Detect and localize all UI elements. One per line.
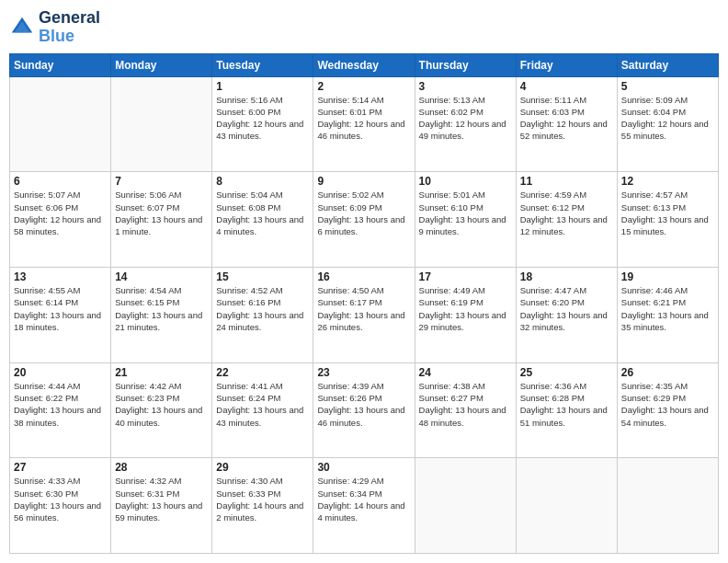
calendar-day-cell: 6Sunrise: 5:07 AM Sunset: 6:06 PM Daylig…: [10, 172, 111, 268]
day-info: Sunrise: 4:47 AM Sunset: 6:20 PM Dayligh…: [520, 284, 613, 333]
calendar-day-cell: 9Sunrise: 5:02 AM Sunset: 6:09 PM Daylig…: [313, 172, 415, 268]
day-number: 3: [419, 80, 512, 93]
day-number: 15: [216, 270, 309, 283]
day-number: 4: [520, 80, 613, 93]
calendar-day-cell: [516, 458, 617, 554]
day-info: Sunrise: 4:42 AM Sunset: 6:23 PM Dayligh…: [115, 380, 208, 429]
calendar-week-row: 20Sunrise: 4:44 AM Sunset: 6:22 PM Dayli…: [10, 362, 719, 458]
day-info: Sunrise: 5:14 AM Sunset: 6:01 PM Dayligh…: [317, 94, 410, 143]
day-of-week-header: Monday: [111, 53, 212, 76]
day-number: 26: [621, 366, 714, 379]
calendar-day-cell: 21Sunrise: 4:42 AM Sunset: 6:23 PM Dayli…: [111, 362, 212, 458]
day-info: Sunrise: 5:06 AM Sunset: 6:07 PM Dayligh…: [115, 189, 208, 237]
day-number: 12: [621, 175, 714, 188]
day-info: Sunrise: 4:59 AM Sunset: 6:12 PM Dayligh…: [520, 189, 613, 237]
day-number: 19: [621, 270, 714, 283]
day-info: Sunrise: 4:30 AM Sunset: 6:33 PM Dayligh…: [216, 475, 309, 523]
day-info: Sunrise: 4:55 AM Sunset: 6:14 PM Dayligh…: [14, 284, 107, 333]
day-info: Sunrise: 5:07 AM Sunset: 6:06 PM Dayligh…: [14, 189, 107, 237]
day-number: 18: [520, 270, 613, 283]
day-number: 2: [317, 80, 410, 93]
day-of-week-header: Sunday: [10, 53, 111, 76]
calendar-day-cell: 3Sunrise: 5:13 AM Sunset: 6:02 PM Daylig…: [415, 76, 516, 172]
calendar-day-cell: 16Sunrise: 4:50 AM Sunset: 6:17 PM Dayli…: [313, 267, 415, 362]
day-info: Sunrise: 4:35 AM Sunset: 6:29 PM Dayligh…: [621, 380, 714, 429]
calendar-day-cell: 24Sunrise: 4:38 AM Sunset: 6:27 PM Dayli…: [415, 362, 516, 458]
day-number: 17: [419, 270, 512, 283]
day-number: 1: [216, 80, 309, 93]
calendar-day-cell: 22Sunrise: 4:41 AM Sunset: 6:24 PM Dayli…: [212, 362, 313, 458]
day-info: Sunrise: 4:41 AM Sunset: 6:24 PM Dayligh…: [216, 380, 309, 429]
calendar-day-cell: 28Sunrise: 4:32 AM Sunset: 6:31 PM Dayli…: [111, 458, 212, 554]
day-info: Sunrise: 5:16 AM Sunset: 6:00 PM Dayligh…: [216, 94, 309, 143]
calendar-day-cell: 25Sunrise: 4:36 AM Sunset: 6:28 PM Dayli…: [516, 362, 617, 458]
calendar-day-cell: 8Sunrise: 5:04 AM Sunset: 6:08 PM Daylig…: [212, 172, 313, 268]
day-info: Sunrise: 4:39 AM Sunset: 6:26 PM Dayligh…: [317, 380, 410, 429]
day-number: 25: [520, 366, 613, 379]
day-number: 5: [621, 80, 714, 93]
header: General Blue: [9, 9, 719, 46]
calendar-day-cell: 17Sunrise: 4:49 AM Sunset: 6:19 PM Dayli…: [415, 267, 516, 362]
day-number: 11: [520, 175, 613, 188]
day-number: 13: [14, 270, 107, 283]
day-of-week-header: Tuesday: [212, 53, 313, 76]
calendar-week-row: 6Sunrise: 5:07 AM Sunset: 6:06 PM Daylig…: [10, 172, 719, 268]
calendar-day-cell: 23Sunrise: 4:39 AM Sunset: 6:26 PM Dayli…: [313, 362, 415, 458]
day-number: 14: [115, 270, 208, 283]
calendar-day-cell: 29Sunrise: 4:30 AM Sunset: 6:33 PM Dayli…: [212, 458, 313, 554]
day-info: Sunrise: 4:54 AM Sunset: 6:15 PM Dayligh…: [115, 284, 208, 333]
calendar-header-row: SundayMondayTuesdayWednesdayThursdayFrid…: [10, 53, 719, 76]
calendar-week-row: 27Sunrise: 4:33 AM Sunset: 6:30 PM Dayli…: [10, 458, 719, 554]
calendar-day-cell: [111, 76, 212, 172]
day-number: 22: [216, 366, 309, 379]
calendar-day-cell: 1Sunrise: 5:16 AM Sunset: 6:00 PM Daylig…: [212, 76, 313, 172]
calendar-day-cell: 30Sunrise: 4:29 AM Sunset: 6:34 PM Dayli…: [313, 458, 415, 554]
day-number: 20: [14, 366, 107, 379]
day-info: Sunrise: 4:57 AM Sunset: 6:13 PM Dayligh…: [621, 189, 714, 237]
day-number: 16: [317, 270, 410, 283]
calendar-day-cell: 5Sunrise: 5:09 AM Sunset: 6:04 PM Daylig…: [617, 76, 718, 172]
day-info: Sunrise: 4:50 AM Sunset: 6:17 PM Dayligh…: [317, 284, 410, 333]
day-info: Sunrise: 5:04 AM Sunset: 6:08 PM Dayligh…: [216, 189, 309, 237]
calendar-day-cell: 10Sunrise: 5:01 AM Sunset: 6:10 PM Dayli…: [415, 172, 516, 268]
calendar-day-cell: 4Sunrise: 5:11 AM Sunset: 6:03 PM Daylig…: [516, 76, 617, 172]
day-info: Sunrise: 4:46 AM Sunset: 6:21 PM Dayligh…: [621, 284, 714, 333]
day-number: 21: [115, 366, 208, 379]
calendar-table: SundayMondayTuesdayWednesdayThursdayFrid…: [9, 53, 719, 554]
day-info: Sunrise: 5:09 AM Sunset: 6:04 PM Dayligh…: [621, 94, 714, 143]
day-number: 10: [419, 175, 512, 188]
day-info: Sunrise: 4:33 AM Sunset: 6:30 PM Dayligh…: [14, 475, 107, 523]
day-info: Sunrise: 4:44 AM Sunset: 6:22 PM Dayligh…: [14, 380, 107, 429]
day-of-week-header: Wednesday: [313, 53, 415, 76]
calendar-week-row: 1Sunrise: 5:16 AM Sunset: 6:00 PM Daylig…: [10, 76, 719, 172]
day-info: Sunrise: 5:02 AM Sunset: 6:09 PM Dayligh…: [317, 189, 410, 237]
day-of-week-header: Friday: [516, 53, 617, 76]
day-number: 8: [216, 175, 309, 188]
day-number: 27: [14, 461, 107, 474]
day-info: Sunrise: 4:36 AM Sunset: 6:28 PM Dayligh…: [520, 380, 613, 429]
logo: General Blue: [9, 9, 100, 46]
day-number: 24: [419, 366, 512, 379]
calendar-day-cell: 26Sunrise: 4:35 AM Sunset: 6:29 PM Dayli…: [617, 362, 718, 458]
calendar-day-cell: [617, 458, 718, 554]
calendar-week-row: 13Sunrise: 4:55 AM Sunset: 6:14 PM Dayli…: [10, 267, 719, 362]
calendar-day-cell: 19Sunrise: 4:46 AM Sunset: 6:21 PM Dayli…: [617, 267, 718, 362]
day-number: 30: [317, 461, 410, 474]
day-info: Sunrise: 4:49 AM Sunset: 6:19 PM Dayligh…: [419, 284, 512, 333]
day-number: 9: [317, 175, 410, 188]
day-info: Sunrise: 4:52 AM Sunset: 6:16 PM Dayligh…: [216, 284, 309, 333]
day-info: Sunrise: 5:11 AM Sunset: 6:03 PM Dayligh…: [520, 94, 613, 143]
calendar-day-cell: 13Sunrise: 4:55 AM Sunset: 6:14 PM Dayli…: [10, 267, 111, 362]
day-number: 6: [14, 175, 107, 188]
day-number: 28: [115, 461, 208, 474]
calendar-day-cell: 20Sunrise: 4:44 AM Sunset: 6:22 PM Dayli…: [10, 362, 111, 458]
day-info: Sunrise: 4:32 AM Sunset: 6:31 PM Dayligh…: [115, 475, 208, 523]
page: General Blue SundayMondayTuesdayWednesda…: [0, 0, 728, 563]
day-number: 29: [216, 461, 309, 474]
calendar-day-cell: 15Sunrise: 4:52 AM Sunset: 6:16 PM Dayli…: [212, 267, 313, 362]
calendar-day-cell: [10, 76, 111, 172]
day-info: Sunrise: 5:13 AM Sunset: 6:02 PM Dayligh…: [419, 94, 512, 143]
day-of-week-header: Thursday: [415, 53, 516, 76]
day-info: Sunrise: 5:01 AM Sunset: 6:10 PM Dayligh…: [419, 189, 512, 237]
calendar-day-cell: 11Sunrise: 4:59 AM Sunset: 6:12 PM Dayli…: [516, 172, 617, 268]
